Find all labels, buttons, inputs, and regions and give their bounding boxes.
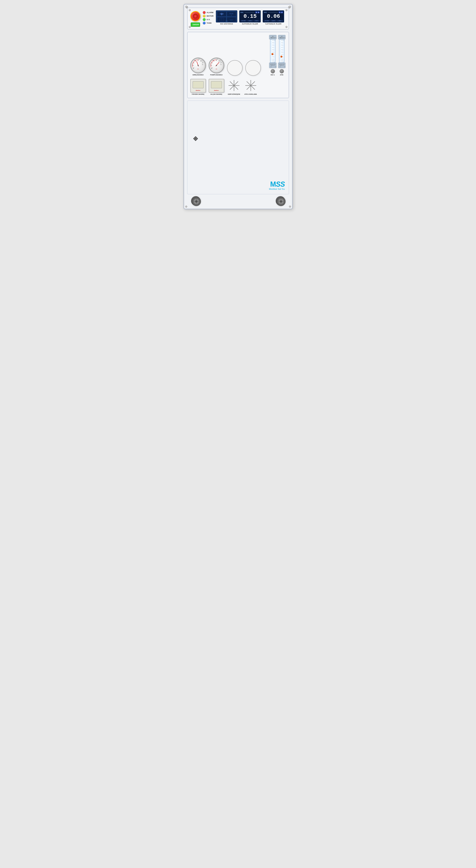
instruments-row1: 0 5 10 15 20 25 MAX GİRİŞ BASINCI [190, 35, 286, 76]
svg-text:6: 6 [283, 50, 283, 50]
ro-bottom-label: ROC [216, 21, 237, 22]
atik-label: ATIK [280, 74, 283, 76]
panel-screw-tl [189, 9, 191, 11]
atik-footer: ROAT DROP FLOAT LIQUID SG = 1.0 GPH LPH [278, 63, 285, 68]
alcak-basinc-screen [211, 81, 222, 88]
svg-text:4: 4 [283, 54, 283, 55]
panel-screw-tr [285, 9, 287, 11]
svg-text:LPH: LPH [275, 37, 276, 38]
cond2-value: 0.06 [267, 14, 280, 19]
cond1-label: İLETKENLİK ÖLÇER [242, 23, 258, 25]
svg-line-23 [202, 62, 203, 63]
mss-brand-text: MSS [269, 181, 285, 188]
tank-light [203, 22, 206, 24]
svg-text:6: 6 [274, 50, 274, 50]
svg-text:0: 0 [193, 68, 194, 69]
cond2-roc-label: ROC [264, 12, 267, 13]
atik-knob[interactable] [280, 69, 284, 73]
panel-screw-bl [189, 26, 191, 28]
ro1-header: LDT MAXI-FLON GPH LPH [269, 35, 276, 39]
control-panel: ON/OFF ALARM MOTOR U.V. TANK [187, 8, 289, 29]
svg-text:ROAT DROP FLOAT: ROAT DROP FLOAT [270, 64, 276, 65]
svg-point-25 [198, 65, 199, 66]
svg-text:ROC: ROC [231, 15, 232, 16]
yuksek-basinc-box: Danfoss [190, 79, 206, 93]
ro-display: ROC 2022 ROC [216, 10, 237, 23]
giris-basinci-gauge: 0 5 10 15 20 25 MAX [190, 58, 206, 73]
geri-donum-unit: GERİ DÖNÜŞÜM [227, 79, 241, 95]
svg-text:5: 5 [192, 64, 193, 65]
instr-screw-bl [185, 206, 187, 208]
onoff-button[interactable]: ON/OFF [191, 23, 200, 27]
emergency-stop-button[interactable] [190, 11, 200, 21]
alcak-basinc-box: Danfoss [209, 79, 224, 93]
svg-text:LDT: LDT [272, 36, 274, 37]
cond1-display: ROC Conductivity/Resistivity ◀ ▶ 0.15 SE… [239, 10, 261, 23]
svg-text:20: 20 [219, 61, 221, 62]
door-handle[interactable] [193, 136, 198, 141]
geri-donum-label: GERİ DÖNÜŞÜM [228, 93, 240, 95]
panel-screw-br [285, 26, 287, 28]
yuksek-basinc-label: YÜKSEK BASINÇ [192, 93, 204, 95]
cond2-arrow-right[interactable]: ▶ [281, 11, 283, 13]
svg-text:GPH: GPH [270, 67, 272, 67]
cond1-arrow-right[interactable]: ▶ [258, 11, 260, 13]
svg-line-22 [200, 60, 201, 61]
alarm-light [203, 11, 206, 14]
svg-text:10: 10 [212, 60, 213, 61]
atik-flowmeter: LDT MAXI-FLON GPH LPH 4.2 9 [278, 35, 286, 76]
svg-text:2: 2 [274, 59, 274, 60]
svg-text:4.2: 4.2 [283, 40, 284, 41]
instr-screw-tr [289, 6, 291, 8]
atik-ayarlama-label: ATIK AYARLAMA [244, 93, 257, 95]
tank-label: TANK [207, 22, 212, 24]
svg-text:25: 25 [202, 64, 203, 65]
ro1-knob[interactable] [271, 69, 275, 73]
alarm-label: ALARM [207, 11, 213, 13]
pompa-basinci-label: POMPA BASINCI [210, 74, 223, 76]
empty-gauge1-unit [227, 60, 243, 76]
svg-text:LPH: LPH [275, 67, 276, 67]
ro1-label: R/O 1 [271, 74, 275, 76]
left-controls: ON/OFF [190, 10, 200, 27]
cond1-value: 0.15 [244, 14, 257, 19]
svg-text:5: 5 [210, 64, 211, 65]
svg-text:9: 9 [283, 42, 283, 43]
svg-point-126 [195, 138, 196, 139]
uv-indicator-row: U.V. [203, 18, 214, 21]
machine-door: MSS Medikal Saf Su [187, 100, 289, 194]
ro1-tube: 4.2 9 8 7 6 5 [270, 39, 276, 63]
cond2-unit: ROC Conductivity/Resistivity ◀ ▶ 0.06 SE… [263, 10, 284, 25]
ro-cell-1 [217, 11, 227, 17]
instruments-row2: Danfoss YÜKSEK BASINÇ Danfoss ALÇAK BASI… [190, 79, 286, 95]
empty-gauge2 [245, 60, 261, 76]
svg-text:3: 3 [274, 57, 274, 57]
svg-line-40 [220, 62, 221, 63]
instruments-panel: 0 5 10 15 20 25 MAX GİRİŞ BASINCI [187, 32, 289, 98]
svg-line-39 [219, 60, 219, 61]
svg-text:1: 1 [274, 60, 274, 61]
svg-text:MAX: MAX [197, 69, 199, 69]
cond2-arrow-left[interactable]: ◀ [279, 11, 281, 13]
svg-text:0.5: 0.5 [283, 62, 284, 62]
alcak-basinc-label: ALÇAK BASINÇ [210, 93, 222, 95]
svg-text:8: 8 [283, 45, 283, 46]
displays-row: ROC 2022 ROC [216, 10, 286, 25]
yuksek-basinc-screen [193, 81, 204, 88]
svg-text:LDT: LDT [281, 36, 282, 37]
instr-screw-br [289, 206, 291, 208]
ro1-footer: ROAT DROP FLOAT LIQUID SG = 1.0 GPH LPH [269, 63, 276, 68]
svg-text:GPH: GPH [279, 67, 281, 67]
svg-text:LIQUID SG = 1.0: LIQUID SG = 1.0 [279, 65, 284, 66]
svg-text:3: 3 [283, 57, 283, 57]
atik-tube: 4.2 9 8 7 6 5 [279, 39, 284, 63]
cond1-arrow-left[interactable]: ◀ [255, 11, 257, 13]
svg-text:MAX: MAX [216, 69, 217, 69]
instr-screw-tl [185, 6, 187, 8]
mss-logo: MSS Medikal Saf Su [269, 181, 285, 190]
indicators-group: ALARM MOTOR U.V. TANK [203, 11, 214, 24]
tank-indicator-row: TANK [203, 22, 214, 24]
alcak-danfoss-logo: Danfoss [214, 90, 219, 91]
cond1-nav-arrows: ◀ ▶ [255, 11, 260, 13]
cond1-bottom-bar: SET TEMP ALARM MODE [240, 20, 260, 22]
